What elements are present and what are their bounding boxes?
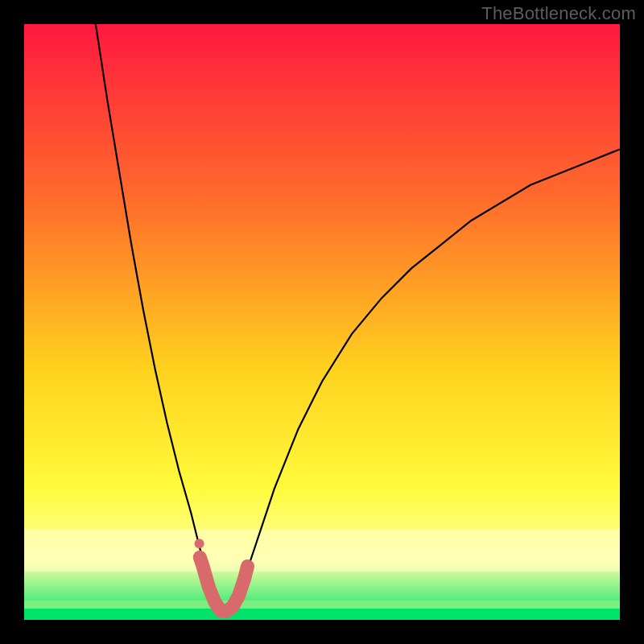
pale-band — [24, 530, 620, 572]
green-baseline-fade — [24, 601, 620, 609]
chart-frame: TheBottleneck.com — [0, 0, 644, 644]
watermark-text: TheBottleneck.com — [481, 3, 636, 24]
green-baseline — [24, 609, 620, 620]
plot-svg — [24, 24, 620, 620]
extra-marker-dot — [195, 539, 204, 548]
plot-area — [24, 24, 620, 620]
